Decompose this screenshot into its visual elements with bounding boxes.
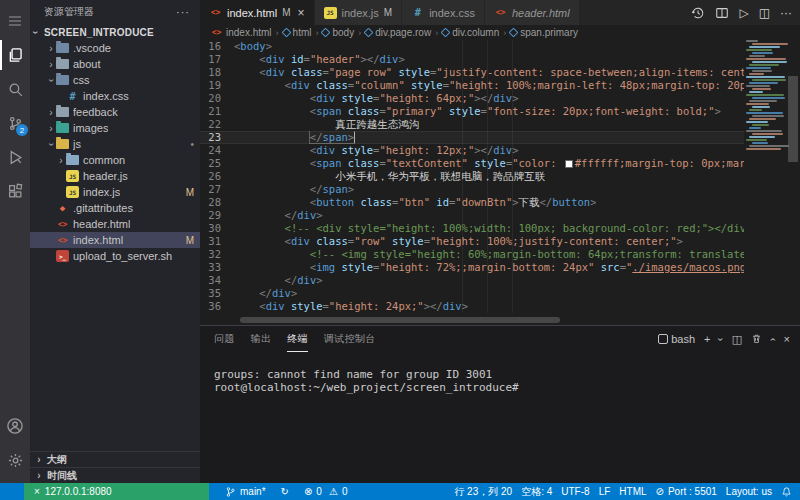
code-line[interactable]: 22 真正跨越生态鸿沟 <box>200 118 744 131</box>
explorer-icon[interactable] <box>0 40 30 70</box>
close-panel-icon[interactable]: × <box>784 333 790 345</box>
maximize-panel-icon[interactable]: › <box>771 334 774 345</box>
file-tree-item[interactable]: JSheader.js <box>30 168 200 184</box>
menu-icon[interactable] <box>0 6 30 36</box>
editor-tab[interactable]: JSindex.jsM <box>315 0 403 25</box>
file-tree-item[interactable]: #index.css <box>30 88 200 104</box>
file-tree-item[interactable]: ›feedback <box>30 104 200 120</box>
source-control-icon[interactable]: 2 <box>0 108 30 138</box>
code-line[interactable]: 24 <div style="height: 12px;"></div> <box>200 144 744 157</box>
code-line[interactable]: 34 </div> <box>200 274 744 287</box>
panel-actions: bash + › ◫ › × <box>658 326 790 352</box>
kill-terminal-icon[interactable] <box>751 333 762 345</box>
run-file-icon[interactable]: ▷ <box>739 6 748 20</box>
more-actions-icon[interactable]: ··· <box>780 6 792 20</box>
code-line[interactable]: 32 <!-- <img style="height: 60%;margin-b… <box>200 248 744 261</box>
horizontal-scrollbar[interactable] <box>240 317 560 323</box>
code-line[interactable]: 28 <button class="btn" id="downBtn">下载</… <box>200 196 744 209</box>
code-line[interactable]: 35 </div> <box>200 287 744 300</box>
code-line[interactable]: 19 <div class="column" style="height: 10… <box>200 79 744 92</box>
code-line[interactable]: 20 <div style="height: 64px;"></div> <box>200 92 744 105</box>
status-item[interactable]: 行 23，列 20 <box>454 485 512 499</box>
code-line[interactable]: 27 </span> <box>200 183 744 196</box>
extensions-icon[interactable] <box>0 176 30 206</box>
code-editor[interactable]: 16<body>17 <div id="header"></div>18 <di… <box>200 40 744 315</box>
file-tree-item[interactable]: ›.vscode <box>30 40 200 56</box>
terminal-dropdown-icon[interactable]: › <box>719 334 722 345</box>
code-token: span <box>323 183 348 195</box>
tree-root-item[interactable]: ›SCREEN_INTRODUCE <box>30 24 200 40</box>
html-file-icon: <> <box>56 234 69 246</box>
code-line[interactable]: 25 <span class="textContent" style="colo… <box>200 157 744 170</box>
file-tree-item[interactable]: ◆.gitattributes <box>30 200 200 216</box>
split-terminal-icon[interactable]: ◫ <box>732 333 742 346</box>
code-token: > <box>316 274 322 286</box>
sidebar-section[interactable]: ›大纲 <box>30 451 200 467</box>
file-tree-item[interactable]: ›js• <box>30 136 200 152</box>
minimap[interactable] <box>746 40 786 310</box>
file-tree-item[interactable]: >_upload_to_server.sh <box>30 248 200 264</box>
file-tree-item[interactable]: ›css <box>30 72 200 88</box>
code-token: "font-size: 20px;font-weight: bold;" <box>487 105 715 117</box>
timeline-icon[interactable] <box>691 6 705 20</box>
code-line[interactable]: 18 <div class="page row" style="justify-… <box>200 66 744 79</box>
search-icon[interactable] <box>0 74 30 104</box>
file-tree-item[interactable]: <>header.html <box>30 216 200 232</box>
file-tree-item[interactable]: ›images <box>30 120 200 136</box>
code-token: class <box>316 79 348 91</box>
shell-selector[interactable]: bash <box>658 333 695 345</box>
run-debug-icon[interactable] <box>0 142 30 172</box>
open-changes-icon[interactable] <box>715 6 729 20</box>
status-item[interactable]: ⊘Port : 5501 <box>656 486 717 497</box>
editor-tab[interactable]: <>header.html <box>485 0 580 25</box>
code-line[interactable]: 17 <div id="header"></div> <box>200 53 744 66</box>
editor-tab[interactable]: <>index.htmlM× <box>200 0 315 25</box>
git-branch-status[interactable]: main* <box>225 486 266 498</box>
breadcrumb-item[interactable]: <>index.html <box>210 27 272 39</box>
file-tree-item[interactable]: JSindex.jsM <box>30 184 200 200</box>
code-line[interactable]: 26 小米手机，华为平板，联想电脑，跨品牌互联 <box>200 170 744 183</box>
sidebar-section[interactable]: ›时间线 <box>30 467 200 483</box>
breadcrumb-item[interactable]: div.column <box>442 27 499 38</box>
breadcrumb-separator: › <box>358 28 361 38</box>
code-line[interactable]: 31 <div class="row" style="height: 100%;… <box>200 235 744 248</box>
status-item[interactable]: LF <box>599 486 611 497</box>
panel-tab[interactable]: 调试控制台 <box>324 326 376 352</box>
file-tree-item[interactable]: <>index.htmlM <box>30 232 200 248</box>
editor-tab[interactable]: #index.css <box>402 0 485 25</box>
file-tree-item[interactable]: ›about <box>30 56 200 72</box>
more-actions-icon[interactable]: ··· <box>176 6 190 18</box>
live-server-status[interactable]: × 127.0.0.1:8080 <box>24 483 209 500</box>
file-tree-item[interactable]: ›common <box>30 152 200 168</box>
vertical-scrollbar[interactable] <box>786 40 800 313</box>
panel-tab[interactable]: 终端 <box>287 326 308 352</box>
status-item[interactable]: 空格: 4 <box>521 485 552 499</box>
breadcrumb-item[interactable]: html <box>283 27 312 38</box>
terminal-line: groups: cannot find name for group ID 30… <box>214 368 800 381</box>
problems-status[interactable]: ⊗0 ⚠0 <box>304 486 347 497</box>
sync-status[interactable]: ↻ <box>281 486 289 497</box>
code-line[interactable]: 16<body> <box>200 40 744 53</box>
code-line[interactable]: 29 </div> <box>200 209 744 222</box>
new-terminal-icon[interactable]: + <box>704 333 710 345</box>
terminal-output[interactable]: groups: cannot find name for group ID 30… <box>200 352 800 394</box>
code-line[interactable]: 21 <span class="primary" style="font-siz… <box>200 105 744 118</box>
status-item[interactable]: HTML <box>619 486 646 497</box>
breadcrumb-item[interactable]: span.primary <box>510 27 578 38</box>
breadcrumb-item[interactable]: div.page.row <box>365 27 431 38</box>
notifications-bell-icon[interactable] <box>781 486 792 498</box>
account-icon[interactable] <box>0 411 30 441</box>
panel-tab[interactable]: 问题 <box>214 326 235 352</box>
code-line[interactable]: 33 <img style="height: 72%;;margin-botto… <box>200 261 744 274</box>
code-line[interactable]: 30 <!-- <div style="height: 100%;width: … <box>200 222 744 235</box>
close-icon[interactable]: × <box>297 6 304 20</box>
status-item[interactable]: UTF-8 <box>561 486 589 497</box>
code-line[interactable]: 23 </span> <box>200 131 744 144</box>
split-editor-icon[interactable]: ◫ <box>759 6 770 20</box>
panel-tab[interactable]: 输出 <box>251 326 272 352</box>
settings-gear-icon[interactable] <box>0 445 30 475</box>
file-name: header.js <box>83 170 128 182</box>
breadcrumb-item[interactable]: body <box>322 27 354 38</box>
code-line[interactable]: 36 <div style="height: 24px;"></div> <box>200 300 744 313</box>
status-item[interactable]: Layout: us <box>726 486 772 497</box>
